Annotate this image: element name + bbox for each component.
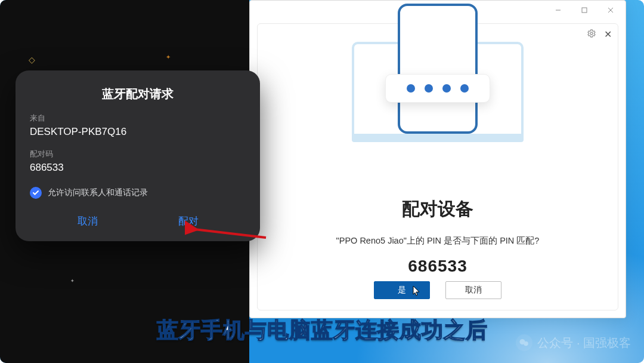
pair-button-phone[interactable]: 配对 [178,214,199,228]
sparkle-icon: ✦ [166,54,171,60]
svg-rect-0 [582,8,587,13]
watermark-text: 公众号 · 国强极客 [537,335,631,351]
window-close-button[interactable] [598,2,623,19]
window-minimize-button[interactable] [546,2,571,19]
cursor-icon [413,285,421,296]
code-label: 配对码 [30,149,246,159]
dialog-close-button[interactable]: ✕ [604,29,612,40]
sparkle-icon: ◇ [29,55,35,64]
from-label: 来自 [30,113,246,124]
dialog-question: "PPO Reno5 Jiao"上的 PIN 是否与下面的 PIN 匹配? [258,235,618,247]
watermark: 公众号 · 国强极客 [516,334,631,351]
gear-icon[interactable] [587,29,596,41]
app-window: ✕ 配对设备 "PPO Reno5 Jiao"上的 PIN 是否与下面的 PIN… [249,0,626,318]
dialog-pin: 686533 [258,257,618,276]
svg-point-3 [524,342,529,346]
pin-entry-graphic [385,74,490,103]
allow-contacts-checkbox[interactable]: 允许访问联系人和通话记录 [30,187,246,199]
sparkle-icon: ✦ [70,278,75,284]
yes-button[interactable]: 是 [374,281,430,299]
dialog-heading: 配对设备 [258,197,618,222]
checkmark-icon [30,187,42,199]
phone-screenshot: ◇ ✦ ✦ 蓝牙配对请求 来自 DESKTOP-PKB7Q16 配对码 6865… [0,0,249,363]
checkbox-label: 允许访问联系人和通话记录 [48,187,148,198]
bluetooth-pairing-sheet: 蓝牙配对请求 来自 DESKTOP-PKB7Q16 配对码 686533 允许访… [16,70,260,241]
code-value: 686533 [30,162,246,174]
from-value: DESKTOP-PKB7Q16 [30,126,246,138]
sheet-title: 蓝牙配对请求 [30,86,246,102]
svg-point-1 [590,32,593,35]
window-body: ✕ 配对设备 "PPO Reno5 Jiao"上的 PIN 是否与下面的 PIN… [257,23,618,310]
wechat-icon [516,334,532,351]
cancel-button-phone[interactable]: 取消 [78,214,98,228]
window-maximize-button[interactable] [572,2,597,19]
cancel-button-windows[interactable]: 取消 [445,281,501,299]
pairing-illustration [348,1,527,156]
